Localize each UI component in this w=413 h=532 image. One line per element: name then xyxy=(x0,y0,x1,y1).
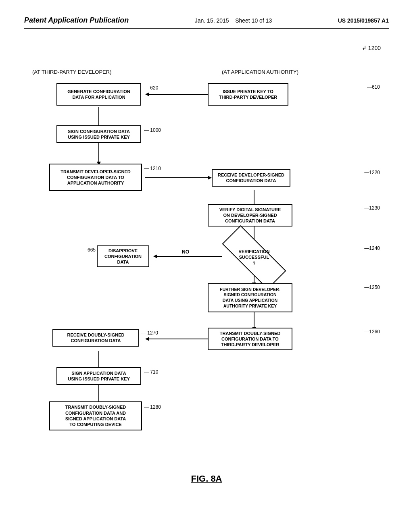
box-1270: RECEIVE DOUBLY-SIGNED CONFIGURATION DATA xyxy=(52,329,139,347)
box-1000: SIGN CONFIGURATION DATA USING ISSUED PRI… xyxy=(56,125,141,143)
diamond-1240: VERIFICATIONSUCCESSFUL? xyxy=(222,244,286,270)
label-665: —665 xyxy=(83,247,96,253)
box-610: ISSUE PRIVATE KEY TO THIRD-PARTY DEVELOP… xyxy=(208,83,288,106)
publication-number: US 2015/019857 A1 xyxy=(338,17,389,24)
page: Patent Application Publication Jan. 15, … xyxy=(0,0,413,532)
svg-marker-7 xyxy=(208,176,212,180)
diagram-container: ↲ 1200 (AT THIRD-PARTY DEVELOPER) (AT AP… xyxy=(24,45,389,488)
label-1220: —1220 xyxy=(364,170,380,175)
label-1240: —1240 xyxy=(364,245,380,251)
box-1230: VERIFY DIGITAL SIGNATURE ON DEVELOPER-SI… xyxy=(208,204,292,227)
label-1280: — 1280 xyxy=(144,404,161,410)
label-1210: — 1210 xyxy=(144,166,161,171)
label-1270: — 1270 xyxy=(141,330,158,336)
column-left-label: (AT THIRD-PARTY DEVELOPER) xyxy=(32,69,112,75)
label-1250: —1250 xyxy=(364,285,380,290)
pub-sheet: Sheet 10 of 13 xyxy=(235,17,272,24)
box-1260: TRANSMIT DOUBLY-SIGNED CONFIGURATION DAT… xyxy=(208,328,292,350)
figure-label: FIG. 8A xyxy=(191,474,222,484)
box-1210: TRANSMIT DEVELOPER-SIGNED CONFIGURATION … xyxy=(49,164,142,191)
column-right-label: (AT APPLICATION AUTHORITY) xyxy=(222,69,298,75)
label-1000: — 1000 xyxy=(144,127,161,133)
svg-marker-13 xyxy=(153,254,157,258)
page-header: Patent Application Publication Jan. 15, … xyxy=(24,16,389,29)
svg-marker-1 xyxy=(145,92,149,96)
publication-date-sheet: Jan. 15, 2015 Sheet 10 of 13 xyxy=(195,17,272,24)
box-665: DISAPPROVE CONFIGURATION DATA xyxy=(97,245,149,267)
pub-date: Jan. 15, 2015 xyxy=(195,17,229,24)
box-1250: FURTHER SIGN DEVELOPER- SIGNED CONFIGURA… xyxy=(208,283,292,312)
svg-text:NO: NO xyxy=(182,249,189,255)
label-710: — 710 xyxy=(144,369,158,375)
box-1220: RECEIVE DEVELOPER-SIGNED CONFIGURATION D… xyxy=(212,169,290,187)
box-620: GENERATE CONFIGURATION DATA FOR APPLICAT… xyxy=(56,83,141,106)
label-620: — 620 xyxy=(144,85,158,91)
label-1260: —1260 xyxy=(364,329,380,335)
svg-marker-21 xyxy=(145,337,149,341)
label-610: —610 xyxy=(367,84,380,90)
box-1280: TRANSMIT DOUBLY-SIGNED CONFIGURATION DAT… xyxy=(49,401,142,430)
diagram-number: ↲ 1200 xyxy=(362,45,381,51)
box-710: SIGN APPLICATION DATA USING ISSUED PRIVA… xyxy=(56,367,141,385)
label-1230: —1230 xyxy=(364,205,380,211)
publication-title: Patent Application Publication xyxy=(24,16,129,25)
